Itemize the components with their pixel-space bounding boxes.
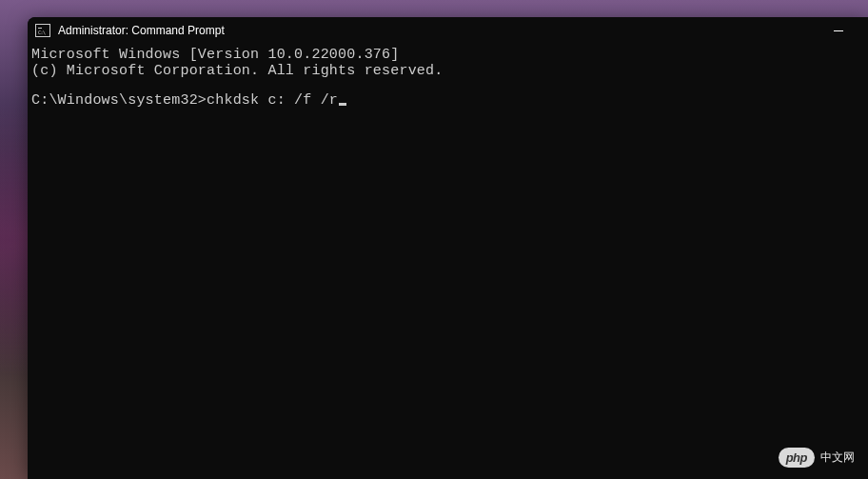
watermark: php 中文网 [779,448,855,468]
prompt-path: C:\Windows\system32> [31,93,207,110]
command-input: chkdsk c: /f /r [207,93,338,110]
titlebar[interactable]: Administrator: Command Prompt [28,17,868,44]
cursor [339,103,346,106]
minimize-icon [834,30,843,31]
copyright-line: (c) Microsoft Corporation. All rights re… [31,64,864,80]
watermark-logo: php [779,448,815,468]
window-title: Administrator: Command Prompt [58,24,817,37]
command-prompt-window: Administrator: Command Prompt Microsoft … [28,17,868,479]
window-controls [817,17,860,44]
blank-line [31,79,864,93]
prompt-line: C:\Windows\system32>chkdsk c: /f /r [31,93,864,110]
terminal-output[interactable]: Microsoft Windows [Version 10.0.22000.37… [28,44,868,113]
minimize-button[interactable] [817,17,860,44]
version-line: Microsoft Windows [Version 10.0.22000.37… [31,48,864,64]
cmd-icon [35,24,50,37]
watermark-text: 中文网 [820,449,855,466]
